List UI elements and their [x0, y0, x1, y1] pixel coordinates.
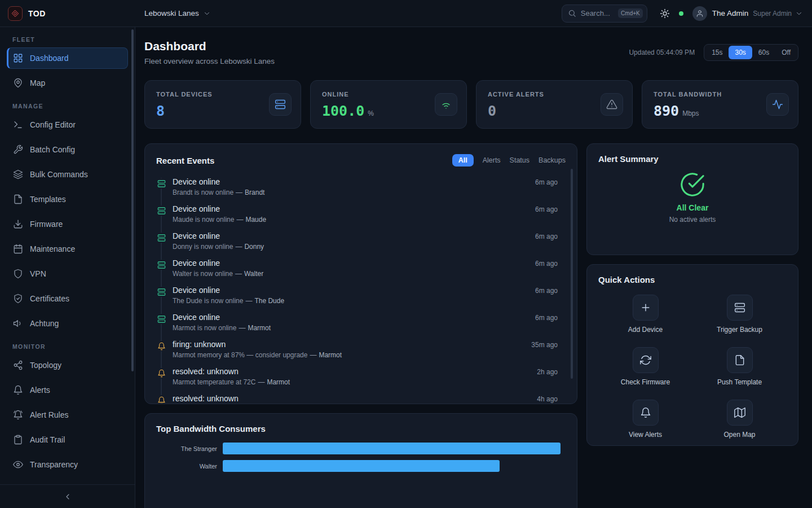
nav-section-manage: MANAGE: [12, 103, 122, 110]
bandwidth-title: Top Bandwidth Consumers: [156, 424, 266, 433]
refresh-option-30s[interactable]: 30s: [729, 46, 752, 59]
refresh-option-60s[interactable]: 60s: [752, 46, 775, 59]
event-title: Device online: [173, 259, 528, 268]
brand[interactable]: TOD: [0, 6, 135, 21]
event-time: 6m ago: [535, 314, 558, 322]
event-time: 4h ago: [537, 395, 558, 403]
event-time: 6m ago: [535, 260, 558, 268]
refresh-option-15s[interactable]: 15s: [705, 46, 729, 59]
check-circle-icon: [679, 172, 705, 198]
recent-events-title: Recent Events: [156, 156, 214, 165]
events-scrollbar[interactable]: [571, 169, 573, 379]
sidebar-item-label: Achtung: [30, 319, 59, 328]
filter-all[interactable]: All: [452, 154, 474, 167]
layers-icon: [13, 169, 23, 179]
refresh-icon: [633, 347, 659, 373]
event-row: Device online The Dude is now online—The…: [156, 282, 566, 309]
alert-summary-card: Alert Summary All Clear No active alerts: [586, 143, 798, 255]
search-input[interactable]: Search... Cmd+K: [562, 5, 647, 23]
bandwidth-device-label: The Stranger: [156, 445, 223, 452]
sidebar-item-firmware[interactable]: Firmware: [7, 213, 128, 235]
sidebar-item-batch-config[interactable]: Batch Config: [7, 139, 128, 160]
sidebar-item-label: Alert Rules: [30, 410, 68, 419]
bell-icon: [156, 368, 166, 378]
sidebar-item-audit-trail[interactable]: Audit Trail: [7, 429, 128, 450]
avatar[interactable]: [692, 6, 707, 21]
page-title: Dashboard: [144, 40, 275, 53]
stat-value: 890: [654, 103, 679, 119]
topbar: TOD Lebowski Lanes Search... Cmd+K The A…: [0, 0, 812, 27]
sidebar-item-label: Topology: [30, 361, 61, 370]
download-icon: [13, 219, 23, 229]
grid-icon: [13, 53, 23, 63]
stat-card-total-devices: TOTAL DEVICES 8: [144, 80, 301, 129]
sidebar-item-achtung[interactable]: Achtung: [7, 313, 128, 334]
search-icon: [568, 9, 576, 17]
search-shortcut-badge: Cmd+K: [618, 8, 643, 18]
event-row: Device online Maude is now online—Maude …: [156, 200, 566, 227]
sidebar-item-label: Map: [30, 78, 45, 87]
event-detail: Maude is now online—Maude: [173, 216, 528, 224]
sidebar-item-maintenance[interactable]: Maintenance: [7, 238, 128, 260]
server-icon: [156, 287, 166, 297]
terminal-icon: [13, 120, 23, 130]
add-device-button[interactable]: Add Device: [598, 295, 692, 334]
server-icon: [156, 205, 166, 216]
sidebar-item-templates[interactable]: Templates: [7, 189, 128, 210]
sidebar-item-config-editor[interactable]: Config Editor: [7, 114, 128, 135]
event-row: firing: unknown Marmot memory at 87% — c…: [156, 336, 566, 363]
filter-status[interactable]: Status: [510, 156, 529, 164]
refresh-option-off[interactable]: Off: [775, 46, 797, 59]
push-template-button[interactable]: Push Template: [692, 347, 787, 386]
stat-card-active-alerts: ACTIVE ALERTS 0: [476, 80, 633, 129]
filter-alerts[interactable]: Alerts: [483, 156, 501, 164]
event-title: Device online: [173, 177, 528, 186]
sidebar-nav: FLEET Dashboard Map MANAGE Config Editor…: [0, 27, 135, 484]
org-selector[interactable]: Lebowski Lanes: [144, 9, 211, 17]
eye-icon: [13, 459, 23, 470]
sidebar-item-certificates[interactable]: Certificates: [7, 288, 128, 309]
bell-ring-icon: [13, 410, 23, 420]
megaphone-icon: [13, 318, 23, 329]
sidebar-item-bulk-commands[interactable]: Bulk Commands: [7, 164, 128, 185]
event-detail: Brandt is now online—Brandt: [173, 189, 528, 196]
clipboard-icon: [13, 435, 23, 445]
open-map-button[interactable]: Open Map: [692, 400, 787, 439]
bandwidth-bar: [223, 460, 500, 472]
stat-value: 100.0: [322, 103, 364, 119]
chevron-down-icon: [203, 10, 211, 17]
event-title: firing: unknown: [173, 340, 524, 349]
view-alerts-button[interactable]: View Alerts: [598, 400, 692, 439]
sidebar-collapse-button[interactable]: [0, 484, 135, 508]
theme-toggle-button[interactable]: [660, 8, 670, 19]
filter-backups[interactable]: Backups: [539, 156, 566, 164]
bandwidth-bar: [223, 443, 561, 454]
check-firmware-button[interactable]: Check Firmware: [598, 347, 692, 386]
wifi-icon: [435, 93, 457, 116]
bandwidth-chart: The Stranger Walter: [156, 443, 566, 472]
sidebar-item-alerts[interactable]: Alerts: [7, 379, 128, 401]
app-root: TOD Lebowski Lanes Search... Cmd+K The A…: [0, 0, 812, 508]
sidebar-item-alert-rules[interactable]: Alert Rules: [7, 404, 128, 426]
sidebar-item-label: Templates: [30, 195, 66, 204]
bandwidth-card: Top Bandwidth Consumers The Stranger Wal…: [144, 413, 577, 508]
map-pin-icon: [13, 78, 23, 88]
sidebar-item-topology[interactable]: Topology: [7, 354, 128, 376]
bell-icon: [633, 400, 659, 426]
event-detail: Marmot is now online—Marmot: [173, 324, 528, 332]
sidebar-item-transparency[interactable]: Transparency: [7, 454, 128, 475]
stat-value: 8: [156, 103, 165, 119]
sidebar-item-map[interactable]: Map: [7, 72, 128, 94]
chevron-down-icon[interactable]: [795, 10, 803, 17]
server-icon: [156, 178, 166, 189]
event-time: 6m ago: [535, 233, 558, 240]
sidebar-item-dashboard[interactable]: Dashboard: [7, 47, 128, 69]
search-placeholder: Search...: [581, 9, 614, 17]
sidebar-item-vpn[interactable]: VPN: [7, 263, 128, 284]
quick-actions-title: Quick Actions: [598, 275, 655, 284]
user-role: Super Admin: [753, 10, 792, 17]
trigger-backup-button[interactable]: Trigger Backup: [692, 295, 787, 334]
sidebar-scrollbar[interactable]: [131, 29, 134, 371]
map-icon: [727, 400, 753, 426]
event-row: Device online Donny is now online—Donny …: [156, 227, 566, 255]
